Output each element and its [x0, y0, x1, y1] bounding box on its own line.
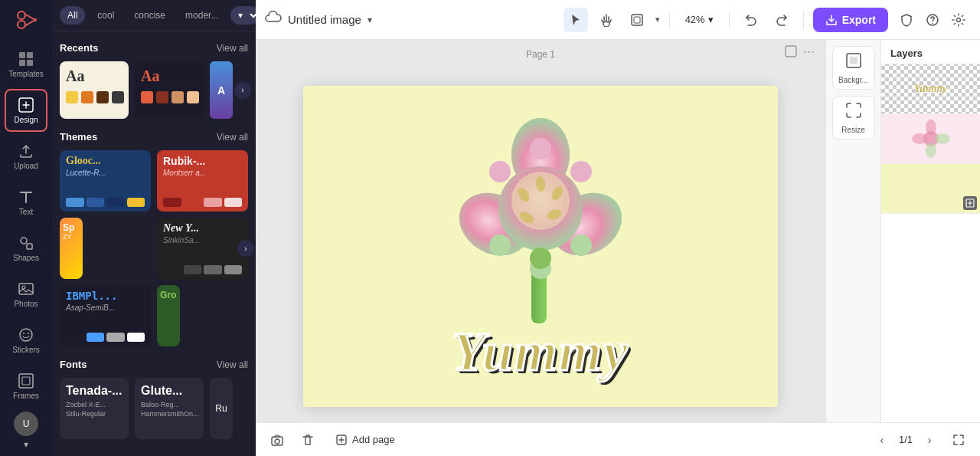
recents-view-all[interactable]: View all [217, 43, 248, 54]
app-logo[interactable] [12, 6, 40, 34]
svg-rect-20 [634, 17, 640, 23]
filter-cool[interactable]: cool [90, 6, 122, 25]
document-title[interactable]: Untitled image [288, 13, 361, 26]
layer-item-3[interactable] [881, 164, 980, 214]
theme-ibmpl[interactable]: IBMPl... Asap-SemiB... [60, 285, 151, 346]
undo-button[interactable] [739, 8, 763, 32]
svg-rect-8 [27, 60, 33, 66]
layer-item-2[interactable] [881, 114, 980, 164]
theme-glooc-title: Glooc... [66, 155, 145, 167]
svg-point-10 [21, 238, 27, 244]
font-glute-sub: Baloo-Reg...HammersmithOn... [141, 401, 198, 418]
sidebar-item-stickers[interactable]: Stickers [5, 319, 47, 362]
layers-panel: Layers Yummy [880, 40, 980, 422]
trash-icon [301, 433, 315, 447]
svg-point-40 [570, 161, 592, 182]
recents-scroll-arrow[interactable]: › [234, 82, 251, 99]
font-more-label: Ru [215, 403, 227, 414]
layer-item-1[interactable]: Yummy [881, 64, 980, 114]
recent-card-1-aa: Aa [66, 67, 84, 85]
templates-icon [18, 51, 34, 67]
theme-glooc[interactable]: Glooc... Lucette-R... [60, 150, 151, 212]
background-tool[interactable]: Backgr... [832, 46, 875, 90]
sidebar-item-text[interactable]: Text [5, 181, 47, 224]
resize-tool[interactable]: Resize [832, 96, 875, 139]
filter-moder[interactable]: moder... [178, 6, 226, 25]
sidebar-item-upload[interactable]: Upload [5, 135, 47, 178]
recents-grid: Aa Aa A › [60, 61, 248, 119]
resize-label: Resize [841, 126, 865, 134]
cloud-icon[interactable] [265, 11, 282, 28]
canvas-container: Page 1 ··· [256, 40, 825, 422]
frame-tool-caret[interactable]: ▾ [655, 15, 660, 25]
expand-icon [952, 433, 965, 447]
theme-sp-inner: Sp ZY [60, 218, 83, 245]
topbar-right-icons [894, 8, 971, 32]
recent-card-1[interactable]: Aa [60, 61, 129, 119]
help-icon-btn[interactable] [920, 8, 945, 32]
font-more[interactable]: Ru [210, 378, 233, 439]
sidebar-collapse-chevron[interactable]: ▾ [24, 439, 28, 450]
theme-rubik[interactable]: Rubik-... Montserr a... [157, 150, 248, 212]
sidebar-item-design[interactable]: Design [5, 89, 47, 132]
theme-ibmpl-subtitle: Asap-SemiB... [66, 303, 145, 312]
svg-rect-19 [632, 15, 642, 25]
recent-card-2[interactable]: Aa [135, 61, 204, 119]
frame-corner-icon[interactable] [785, 45, 797, 57]
theme-newy-colors [163, 248, 242, 274]
title-dropdown-icon[interactable]: ▾ [368, 15, 372, 25]
theme-gro[interactable]: Gro [157, 285, 180, 346]
select-tool[interactable] [564, 8, 588, 32]
add-page-button[interactable]: Add page [326, 429, 404, 451]
font-glute[interactable]: Glute... Baloo-Reg...HammersmithOn... [135, 378, 204, 439]
next-page-button[interactable]: › [919, 429, 940, 451]
themes-view-all[interactable]: View all [217, 132, 248, 143]
expand-button[interactable] [946, 428, 971, 452]
themes-scroll-arrow[interactable]: › [237, 240, 254, 257]
frame-tool[interactable] [625, 8, 649, 32]
hand-tool[interactable] [594, 8, 619, 32]
trash-icon-btn[interactable] [296, 428, 320, 452]
font-tenada[interactable]: Tenada-... Zocbel X-E...Stilu-Regular [60, 378, 129, 439]
svg-rect-18 [22, 377, 30, 385]
zoom-value: 42% [685, 14, 705, 25]
prev-page-button[interactable]: ‹ [871, 429, 893, 451]
font-tenada-sub: Zocbel X-E...Stilu-Regular [66, 401, 122, 418]
sidebar-item-frames[interactable]: Frames [5, 365, 47, 408]
recents-title: Recents [60, 42, 99, 54]
filter-dropdown[interactable]: ▾ [230, 6, 256, 25]
user-avatar[interactable]: U [14, 412, 38, 436]
camera-icon-btn[interactable] [265, 428, 289, 452]
design-icon [18, 97, 34, 113]
filter-concise[interactable]: concise [126, 6, 173, 25]
canvas-frame[interactable]: Yummy [303, 86, 778, 407]
svg-rect-12 [19, 284, 33, 294]
color-bar [127, 198, 145, 207]
theme-gro-title: Gro [160, 290, 177, 300]
recent-card-1-colors [66, 91, 124, 103]
settings-icon-btn[interactable] [946, 8, 971, 32]
more-options-icon[interactable]: ··· [803, 44, 815, 58]
svg-point-52 [935, 133, 950, 144]
svg-point-51 [912, 133, 927, 144]
sidebar-item-shapes[interactable]: Shapes [5, 227, 47, 270]
svg-point-14 [20, 329, 32, 341]
fonts-view-all[interactable]: View all [217, 359, 248, 370]
svg-rect-24 [786, 46, 796, 57]
color-bar [106, 333, 125, 342]
color-dot-peach [187, 91, 199, 103]
theme-newy[interactable]: New Y... SinkinSa... [157, 218, 248, 279]
shield-icon-btn[interactable] [894, 8, 919, 32]
filter-all[interactable]: All [60, 6, 85, 25]
topbar-sep-1 [669, 11, 670, 29]
recent-card-3[interactable]: A [210, 61, 233, 119]
redo-button[interactable] [769, 8, 794, 32]
export-button[interactable]: Export [813, 8, 888, 32]
theme-sp[interactable]: Sp ZY [60, 218, 83, 279]
sidebar-item-photos[interactable]: Photos [5, 273, 47, 316]
zoom-control[interactable]: 42% ▾ [679, 11, 720, 28]
color-bar [163, 198, 181, 207]
yummy-text[interactable]: Yummy [452, 320, 629, 384]
sidebar-item-templates[interactable]: Templates [5, 43, 47, 86]
svg-point-23 [957, 18, 961, 21]
